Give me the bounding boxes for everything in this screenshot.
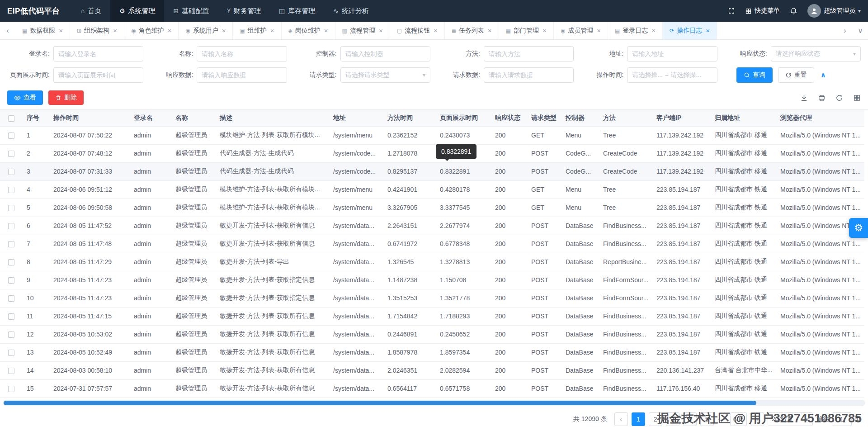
input-name[interactable]	[197, 46, 287, 62]
close-icon[interactable]: ×	[222, 27, 226, 34]
select-response-status[interactable]: 请选择响应状态▾	[771, 46, 861, 62]
horizontal-scrollbar-thumb[interactable]	[4, 401, 756, 405]
table-cell: 超级管理员	[171, 253, 215, 271]
table-cell: 代码生成器-方法-生成代码	[215, 144, 329, 162]
refresh-button[interactable]	[835, 94, 843, 102]
close-icon[interactable]: ×	[270, 27, 274, 34]
table-cell: 四川省成都市 铁通	[710, 235, 776, 253]
tab-operation-log[interactable]: ⟳操作日志×	[663, 22, 717, 39]
tab-process-manage[interactable]: ▥流程管理×	[335, 22, 390, 39]
close-icon[interactable]: ×	[379, 27, 383, 34]
row-checkbox[interactable]	[8, 223, 14, 229]
tab-login-log[interactable]: ▤登录日志×	[608, 22, 663, 39]
table-cell: 2.2677974	[435, 217, 491, 235]
range-operation-time[interactable]: 请选择操...~请选择操...	[627, 67, 717, 83]
fullscreen-button[interactable]	[728, 7, 735, 14]
table-cell: FindBusiness...	[599, 325, 652, 343]
table-cell: FindBusiness...	[599, 361, 652, 379]
close-icon[interactable]: ×	[651, 27, 656, 34]
input-method[interactable]	[484, 46, 574, 62]
nav-item-system[interactable]: ⚙系统管理	[110, 0, 165, 22]
row-checkbox[interactable]	[8, 187, 14, 193]
close-icon[interactable]: ×	[597, 27, 601, 34]
table-cell: DataBase	[561, 235, 599, 253]
table-cell: FindBusiness...	[599, 235, 652, 253]
collapse-search-icon[interactable]: ∧	[821, 71, 826, 79]
tabs-dropdown-icon[interactable]: ∨	[853, 26, 868, 35]
nav-item-base-config[interactable]: ⊞基础配置	[164, 0, 218, 22]
tab-org-structure[interactable]: ⊞组织架构×	[70, 22, 124, 39]
table-cell: admin	[129, 343, 171, 361]
row-checkbox[interactable]	[8, 169, 14, 175]
nav-item-inventory[interactable]: ◫库存管理	[270, 0, 324, 22]
row-checkbox[interactable]	[8, 241, 14, 247]
input-address[interactable]	[627, 46, 717, 62]
input-login-name[interactable]	[53, 46, 143, 62]
table-cell: 0.2450652	[435, 325, 491, 343]
tab-process-button[interactable]: ▢流程按钮×	[390, 22, 445, 39]
table-cell: /system/data...	[329, 253, 383, 271]
gear-icon: ⚙	[854, 222, 863, 234]
row-checkbox[interactable]	[8, 151, 14, 157]
row-checkbox[interactable]	[8, 277, 14, 284]
table-cell: Tree	[599, 126, 652, 144]
view-button[interactable]: 查看	[7, 90, 43, 105]
pagination-page-1[interactable]: 1	[632, 412, 645, 426]
tab-data-permission[interactable]: ▦数据权限×	[15, 22, 70, 39]
tab-group-maintain[interactable]: ▣组维护×	[233, 22, 281, 39]
close-icon[interactable]: ×	[59, 27, 63, 34]
notification-button[interactable]	[790, 7, 797, 15]
download-button[interactable]	[800, 94, 808, 102]
table-cell: 敏捷开发-方法-列表-获取指定信息	[215, 289, 329, 307]
tabs-scroll-left-icon[interactable]: ‹	[0, 27, 15, 35]
table-cell: /system/data...	[329, 289, 383, 307]
column-settings-button[interactable]	[853, 94, 861, 102]
table-cell: POST	[527, 271, 561, 289]
close-icon[interactable]: ×	[113, 27, 117, 34]
close-icon[interactable]: ×	[167, 27, 171, 34]
user-menu[interactable]: 超级管理员 ▾	[807, 4, 861, 18]
table-cell: 模块维护-方法-列表-获取所有模块...	[215, 180, 329, 199]
nav-item-finance[interactable]: ¥财务管理	[218, 0, 270, 22]
reset-button[interactable]: 重置	[778, 67, 814, 83]
query-button[interactable]: 查询	[736, 67, 773, 83]
row-checkbox[interactable]	[8, 332, 14, 338]
input-page-display-time[interactable]	[53, 67, 143, 83]
input-controller[interactable]	[340, 46, 430, 62]
delete-button[interactable]: 删除	[48, 90, 84, 105]
tabs-scroll-right-icon[interactable]: ›	[837, 27, 853, 35]
table-cell: 2024-08-06 09:51:12	[49, 180, 129, 199]
row-checkbox[interactable]	[8, 133, 14, 139]
table-row: 92024-08-05 11:47:23admin超级管理员敏捷开发-方法-列表…	[0, 271, 864, 289]
print-button[interactable]	[818, 94, 826, 102]
tab-task-list[interactable]: ≣任务列表×	[445, 22, 499, 39]
column-header: 归属地址	[710, 110, 776, 126]
row-checkbox[interactable]	[8, 205, 14, 211]
row-checkbox[interactable]	[8, 386, 14, 392]
tab-position-maintain[interactable]: ◈岗位维护×	[282, 22, 335, 39]
tab-department-manage[interactable]: ▦部门管理×	[499, 22, 554, 39]
quick-menu-button[interactable]: 快捷菜单	[745, 7, 780, 15]
input-request-data[interactable]	[484, 67, 574, 83]
row-checkbox[interactable]	[8, 313, 14, 320]
close-icon[interactable]: ×	[434, 27, 438, 34]
row-checkbox[interactable]	[8, 295, 14, 302]
input-response-data[interactable]	[197, 67, 287, 83]
row-checkbox[interactable]	[8, 368, 14, 374]
table-cell: /system/data...	[329, 361, 383, 379]
close-icon[interactable]: ×	[542, 27, 547, 34]
close-icon[interactable]: ×	[706, 27, 710, 34]
tab-role-maintain[interactable]: ◉角色维护×	[124, 22, 179, 39]
nav-item-home[interactable]: ⌂首页	[71, 0, 110, 22]
tab-member-manage[interactable]: ◉成员管理×	[554, 22, 608, 39]
select-request-type[interactable]: 请选择请求类型▾	[340, 67, 430, 83]
row-checkbox[interactable]	[8, 259, 14, 265]
pagination-prev[interactable]: ‹	[614, 412, 628, 426]
tab-system-user[interactable]: ◉系统用户×	[179, 22, 233, 39]
theme-settings-button[interactable]: ⚙	[849, 218, 868, 238]
nav-item-stats[interactable]: ∿统计分析	[324, 0, 378, 22]
close-icon[interactable]: ×	[324, 27, 328, 34]
close-icon[interactable]: ×	[488, 27, 492, 34]
row-checkbox[interactable]	[8, 350, 14, 356]
select-all-checkbox[interactable]	[8, 115, 14, 122]
